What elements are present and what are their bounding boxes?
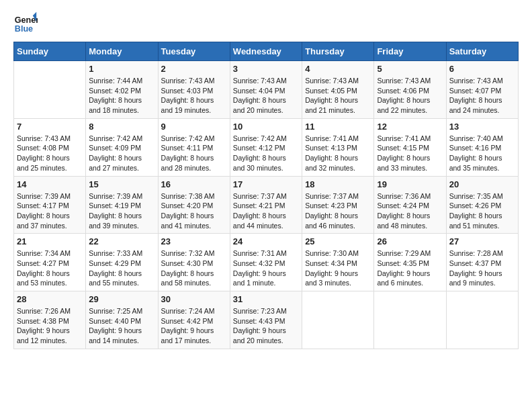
calendar-cell: 21Sunrise: 7:34 AM Sunset: 4:27 PM Dayli… — [14, 234, 86, 291]
logo-icon: General Blue — [13, 11, 38, 35]
day-info: Sunrise: 7:42 AM Sunset: 4:09 PM Dayligh… — [89, 134, 154, 173]
calendar-cell: 19Sunrise: 7:36 AM Sunset: 4:24 PM Dayli… — [374, 176, 446, 234]
calendar-cell: 17Sunrise: 7:37 AM Sunset: 4:21 PM Dayli… — [230, 176, 302, 234]
day-info: Sunrise: 7:44 AM Sunset: 4:02 PM Dayligh… — [89, 76, 154, 116]
calendar-cell: 20Sunrise: 7:35 AM Sunset: 4:26 PM Dayli… — [446, 176, 518, 234]
calendar-cell: 30Sunrise: 7:24 AM Sunset: 4:42 PM Dayli… — [158, 291, 230, 349]
page-header: General Blue — [13, 11, 519, 35]
calendar-cell: 13Sunrise: 7:40 AM Sunset: 4:16 PM Dayli… — [446, 118, 518, 176]
day-info: Sunrise: 7:41 AM Sunset: 4:15 PM Dayligh… — [377, 134, 443, 173]
calendar-cell: 15Sunrise: 7:39 AM Sunset: 4:19 PM Dayli… — [86, 176, 158, 234]
week-row-2: 7Sunrise: 7:43 AM Sunset: 4:08 PM Daylig… — [14, 118, 519, 176]
day-number: 14 — [17, 179, 83, 189]
col-header-tuesday: Tuesday — [158, 42, 230, 61]
day-number: 8 — [89, 122, 154, 132]
calendar-cell: 16Sunrise: 7:38 AM Sunset: 4:20 PM Dayli… — [158, 176, 230, 234]
day-info: Sunrise: 7:37 AM Sunset: 4:21 PM Dayligh… — [233, 191, 299, 231]
day-number: 18 — [305, 179, 371, 189]
day-number: 30 — [161, 294, 227, 304]
calendar-cell: 1Sunrise: 7:44 AM Sunset: 4:02 PM Daylig… — [86, 61, 158, 119]
day-info: Sunrise: 7:40 AM Sunset: 4:16 PM Dayligh… — [449, 134, 515, 173]
day-number: 15 — [89, 179, 154, 189]
calendar-cell: 5Sunrise: 7:43 AM Sunset: 4:06 PM Daylig… — [374, 61, 446, 119]
calendar-cell: 26Sunrise: 7:29 AM Sunset: 4:35 PM Dayli… — [374, 234, 446, 291]
calendar-cell — [302, 291, 374, 349]
day-number: 28 — [17, 294, 83, 304]
day-number: 20 — [449, 179, 515, 189]
day-info: Sunrise: 7:43 AM Sunset: 4:03 PM Dayligh… — [161, 76, 227, 116]
col-header-monday: Monday — [86, 42, 158, 61]
calendar-cell — [446, 291, 518, 349]
day-info: Sunrise: 7:43 AM Sunset: 4:07 PM Dayligh… — [449, 76, 515, 116]
day-number: 11 — [305, 122, 371, 132]
col-header-saturday: Saturday — [446, 42, 518, 61]
day-info: Sunrise: 7:31 AM Sunset: 4:32 PM Dayligh… — [233, 248, 299, 288]
calendar-cell — [374, 291, 446, 349]
day-number: 17 — [233, 179, 299, 189]
day-info: Sunrise: 7:23 AM Sunset: 4:43 PM Dayligh… — [233, 306, 299, 346]
calendar-cell: 29Sunrise: 7:25 AM Sunset: 4:40 PM Dayli… — [86, 291, 158, 349]
day-number: 31 — [233, 294, 299, 304]
day-info: Sunrise: 7:43 AM Sunset: 4:05 PM Dayligh… — [305, 76, 371, 116]
day-number: 16 — [161, 179, 227, 189]
week-row-3: 14Sunrise: 7:39 AM Sunset: 4:17 PM Dayli… — [14, 176, 519, 234]
day-number: 19 — [377, 179, 443, 189]
calendar-cell: 6Sunrise: 7:43 AM Sunset: 4:07 PM Daylig… — [446, 61, 518, 119]
col-header-thursday: Thursday — [302, 42, 374, 61]
day-number: 21 — [17, 236, 83, 246]
day-number: 23 — [161, 236, 227, 246]
day-info: Sunrise: 7:25 AM Sunset: 4:40 PM Dayligh… — [89, 306, 154, 346]
calendar-cell: 9Sunrise: 7:42 AM Sunset: 4:11 PM Daylig… — [158, 118, 230, 176]
day-number: 6 — [449, 64, 515, 74]
col-header-friday: Friday — [374, 42, 446, 61]
calendar-cell: 2Sunrise: 7:43 AM Sunset: 4:03 PM Daylig… — [158, 61, 230, 119]
day-info: Sunrise: 7:37 AM Sunset: 4:23 PM Dayligh… — [305, 191, 371, 231]
day-info: Sunrise: 7:43 AM Sunset: 4:04 PM Dayligh… — [233, 76, 299, 116]
calendar-cell: 10Sunrise: 7:42 AM Sunset: 4:12 PM Dayli… — [230, 118, 302, 176]
day-number: 7 — [17, 122, 83, 132]
calendar-cell: 3Sunrise: 7:43 AM Sunset: 4:04 PM Daylig… — [230, 61, 302, 119]
logo: General Blue — [13, 11, 38, 35]
day-info: Sunrise: 7:29 AM Sunset: 4:35 PM Dayligh… — [377, 248, 443, 288]
day-number: 13 — [449, 122, 515, 132]
calendar-cell: 8Sunrise: 7:42 AM Sunset: 4:09 PM Daylig… — [86, 118, 158, 176]
calendar-cell: 24Sunrise: 7:31 AM Sunset: 4:32 PM Dayli… — [230, 234, 302, 291]
day-number: 22 — [89, 236, 154, 246]
day-number: 3 — [233, 64, 299, 74]
calendar-cell: 4Sunrise: 7:43 AM Sunset: 4:05 PM Daylig… — [302, 61, 374, 119]
day-info: Sunrise: 7:35 AM Sunset: 4:26 PM Dayligh… — [449, 191, 515, 231]
day-info: Sunrise: 7:38 AM Sunset: 4:20 PM Dayligh… — [161, 191, 227, 231]
day-number: 26 — [377, 236, 443, 246]
day-info: Sunrise: 7:24 AM Sunset: 4:42 PM Dayligh… — [161, 306, 227, 346]
calendar-cell: 28Sunrise: 7:26 AM Sunset: 4:38 PM Dayli… — [14, 291, 86, 349]
day-info: Sunrise: 7:42 AM Sunset: 4:12 PM Dayligh… — [233, 134, 299, 173]
day-info: Sunrise: 7:43 AM Sunset: 4:06 PM Dayligh… — [377, 76, 443, 116]
day-info: Sunrise: 7:36 AM Sunset: 4:24 PM Dayligh… — [377, 191, 443, 231]
day-number: 25 — [305, 236, 371, 246]
day-number: 2 — [161, 64, 227, 74]
calendar-cell — [14, 61, 86, 119]
calendar-table: SundayMondayTuesdayWednesdayThursdayFrid… — [13, 42, 519, 349]
week-row-5: 28Sunrise: 7:26 AM Sunset: 4:38 PM Dayli… — [14, 291, 519, 349]
day-number: 29 — [89, 294, 154, 304]
day-info: Sunrise: 7:42 AM Sunset: 4:11 PM Dayligh… — [161, 134, 227, 173]
day-info: Sunrise: 7:39 AM Sunset: 4:19 PM Dayligh… — [89, 191, 154, 231]
calendar-cell: 14Sunrise: 7:39 AM Sunset: 4:17 PM Dayli… — [14, 176, 86, 234]
day-info: Sunrise: 7:32 AM Sunset: 4:30 PM Dayligh… — [161, 248, 227, 288]
day-info: Sunrise: 7:39 AM Sunset: 4:17 PM Dayligh… — [17, 191, 83, 231]
day-number: 1 — [89, 64, 154, 74]
calendar-header: SundayMondayTuesdayWednesdayThursdayFrid… — [14, 42, 519, 61]
col-header-sunday: Sunday — [14, 42, 86, 61]
calendar-cell: 27Sunrise: 7:28 AM Sunset: 4:37 PM Dayli… — [446, 234, 518, 291]
calendar-cell: 31Sunrise: 7:23 AM Sunset: 4:43 PM Dayli… — [230, 291, 302, 349]
day-info: Sunrise: 7:34 AM Sunset: 4:27 PM Dayligh… — [17, 248, 83, 288]
calendar-cell: 7Sunrise: 7:43 AM Sunset: 4:08 PM Daylig… — [14, 118, 86, 176]
day-number: 24 — [233, 236, 299, 246]
day-info: Sunrise: 7:26 AM Sunset: 4:38 PM Dayligh… — [17, 306, 83, 346]
day-info: Sunrise: 7:41 AM Sunset: 4:13 PM Dayligh… — [305, 134, 371, 173]
day-number: 5 — [377, 64, 443, 74]
calendar-cell: 23Sunrise: 7:32 AM Sunset: 4:30 PM Dayli… — [158, 234, 230, 291]
day-number: 9 — [161, 122, 227, 132]
day-number: 10 — [233, 122, 299, 132]
day-info: Sunrise: 7:33 AM Sunset: 4:29 PM Dayligh… — [89, 248, 154, 288]
